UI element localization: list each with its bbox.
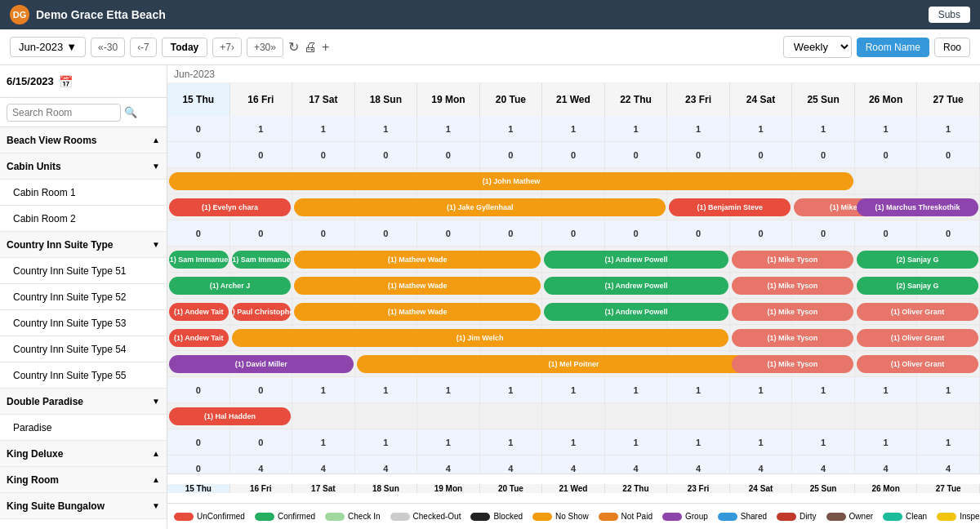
grid-cell-4-2[interactable]: 0 [292, 220, 355, 246]
sidebar-item-country-51[interactable]: Country Inn Suite Type 51 [0, 258, 167, 284]
grid-cell-1-3[interactable]: 0 [355, 142, 418, 167]
nav-plus30-button[interactable]: +30» [247, 38, 283, 57]
grid-cell-11-3[interactable] [355, 403, 418, 429]
grid-cell-0-5[interactable]: 1 [480, 116, 543, 141]
grid-cell-10-12[interactable]: 1 [917, 377, 980, 402]
sidebar-item-country-52[interactable]: Country Inn Suite Type 52 [0, 284, 167, 310]
booking-bar[interactable]: (1) Mike Tyson [732, 251, 853, 269]
grid-cell-4-12[interactable]: 0 [917, 220, 980, 246]
booking-bar[interactable]: (1) Mike Tyson [732, 277, 853, 295]
subs-button[interactable]: Subs [929, 7, 970, 23]
booking-bar[interactable]: (1) Mathew Wade [294, 303, 541, 321]
grid-cell-1-8[interactable]: 0 [667, 142, 730, 167]
grid-cell-13-6[interactable]: 4 [542, 456, 605, 473]
grid-cell-4-11[interactable]: 0 [855, 220, 918, 246]
grid-cell-0-0[interactable]: 0 [167, 116, 230, 141]
grid-cell-11-7[interactable] [605, 403, 668, 429]
grid-cell-4-10[interactable]: 0 [792, 220, 855, 246]
grid-cell-11-4[interactable] [417, 403, 480, 429]
grid-cell-13-2[interactable]: 4 [292, 456, 355, 473]
booking-bar[interactable]: (1) Jim Welch [232, 329, 728, 347]
grid-cell-11-9[interactable] [730, 403, 793, 429]
grid-cell-0-1[interactable]: 1 [230, 116, 293, 141]
sidebar-item-country-53[interactable]: Country Inn Suite Type 53 [0, 310, 167, 336]
grid-cell-0-6[interactable]: 1 [542, 116, 605, 141]
grid-cell-13-4[interactable]: 4 [417, 456, 480, 473]
booking-bar[interactable]: (1) Mike Tyson [732, 355, 853, 373]
grid-cell-0-12[interactable]: 1 [917, 116, 980, 141]
sidebar-item-beach-view-rooms[interactable]: Beach View Rooms ▲ [0, 127, 167, 153]
booking-bar[interactable]: (1) Oliver Grant [857, 355, 978, 373]
booking-bar[interactable]: (2) Sanjay G [857, 277, 978, 295]
grid-cell-4-4[interactable]: 0 [417, 220, 480, 246]
grid-cell-11-6[interactable] [542, 403, 605, 429]
grid-cell-12-5[interactable]: 1 [480, 429, 543, 455]
grid-cell-1-12[interactable]: 0 [917, 142, 980, 167]
grid-cell-10-5[interactable]: 1 [480, 377, 543, 402]
grid-cell-0-10[interactable]: 1 [792, 116, 855, 141]
grid-cell-0-8[interactable]: 1 [667, 116, 730, 141]
search-icon[interactable]: 🔍 [124, 106, 137, 118]
booking-bar[interactable]: (1) Oliver Grant [857, 329, 978, 347]
booking-bar[interactable]: (1) Hal Hadden [169, 407, 291, 425]
booking-bar[interactable]: (1) Mike Tyson [732, 303, 853, 321]
grid-cell-0-7[interactable]: 1 [605, 116, 668, 141]
booking-bar[interactable]: (1) David Miller [169, 355, 354, 373]
refresh-icon[interactable]: ↻ [288, 39, 299, 55]
booking-bar[interactable]: (1) Jake Gyllenhaal [294, 198, 666, 216]
booking-bar[interactable]: (1) Andew Tait [169, 329, 229, 347]
grid-cell-0-9[interactable]: 1 [730, 116, 793, 141]
grid-cell-2-11[interactable] [855, 168, 918, 193]
grid-cell-13-10[interactable]: 4 [792, 456, 855, 473]
booking-bar[interactable]: (1) Mathew Wade [294, 277, 541, 295]
booking-bar[interactable]: (1) Oliver Grant [857, 303, 978, 321]
grid-cell-11-10[interactable] [792, 403, 855, 429]
booking-bar[interactable]: (1) Paul Christopher [232, 303, 292, 321]
booking-bar[interactable]: (1) Andrew Powell [544, 277, 728, 295]
grid-cell-1-0[interactable]: 0 [167, 142, 230, 167]
booking-bar[interactable]: (1) Evelyn chara [169, 198, 291, 216]
grid-cell-13-0[interactable]: 0 [167, 456, 230, 473]
grid-cell-12-4[interactable]: 1 [417, 429, 480, 455]
sidebar-item-double-paradise[interactable]: Double Paradise ▼ [0, 389, 167, 415]
sidebar-item-king-suite-bungalow[interactable]: King Suite Bungalow ▼ [0, 493, 167, 519]
nav-minus7-button[interactable]: ‹-7 [130, 38, 157, 57]
grid-cell-12-1[interactable]: 0 [230, 429, 293, 455]
booking-bar[interactable]: (1) Mathew Wade [294, 251, 541, 269]
search-input[interactable] [7, 104, 121, 122]
grid-cell-1-11[interactable]: 0 [855, 142, 918, 167]
grid-cell-4-0[interactable]: 0 [167, 220, 230, 246]
booking-bar[interactable]: (1) Archer J [169, 277, 291, 295]
grid-cell-12-0[interactable]: 0 [167, 429, 230, 455]
grid-cell-1-4[interactable]: 0 [417, 142, 480, 167]
grid-cell-4-8[interactable]: 0 [667, 220, 730, 246]
sidebar-item-cabin-room-1[interactable]: Cabin Room 1 [0, 180, 167, 206]
sidebar-item-cabin-room-2[interactable]: Cabin Room 2 [0, 206, 167, 232]
add-icon[interactable]: + [322, 40, 329, 55]
grid-cell-0-4[interactable]: 1 [417, 116, 480, 141]
grid-cell-13-11[interactable]: 4 [855, 456, 918, 473]
grid-cell-0-3[interactable]: 1 [355, 116, 418, 141]
nav-minus30-button[interactable]: «-30 [91, 38, 125, 57]
grid-cell-13-12[interactable]: 4 [917, 456, 980, 473]
grid-cell-12-6[interactable]: 1 [542, 429, 605, 455]
grid-cell-2-12[interactable] [917, 168, 980, 193]
sidebar-item-paradise[interactable]: Paradise [0, 415, 167, 441]
booking-bar[interactable]: (1) Sam Immanuel [169, 251, 229, 269]
grid-cell-10-8[interactable]: 1 [667, 377, 730, 402]
booking-bar[interactable]: (1) Mike Tyson [732, 329, 853, 347]
grid-cell-12-8[interactable]: 1 [667, 429, 730, 455]
nav-plus7-button[interactable]: +7› [212, 38, 242, 57]
grid-cell-4-9[interactable]: 0 [730, 220, 793, 246]
grid-cell-1-6[interactable]: 0 [542, 142, 605, 167]
grid-cell-0-11[interactable]: 1 [855, 116, 918, 141]
booking-bar[interactable]: (1) Mel Poitner [357, 355, 791, 373]
booking-bar[interactable]: (1) John Mathew [169, 172, 853, 190]
grid-cell-10-4[interactable]: 1 [417, 377, 480, 402]
grid-cell-10-11[interactable]: 1 [855, 377, 918, 402]
grid-cell-0-2[interactable]: 1 [292, 116, 355, 141]
grid-cell-4-3[interactable]: 0 [355, 220, 418, 246]
sidebar-item-country-54[interactable]: Country Inn Suite Type 54 [0, 336, 167, 362]
grid-cell-13-8[interactable]: 4 [667, 456, 730, 473]
grid-cell-1-2[interactable]: 0 [292, 142, 355, 167]
